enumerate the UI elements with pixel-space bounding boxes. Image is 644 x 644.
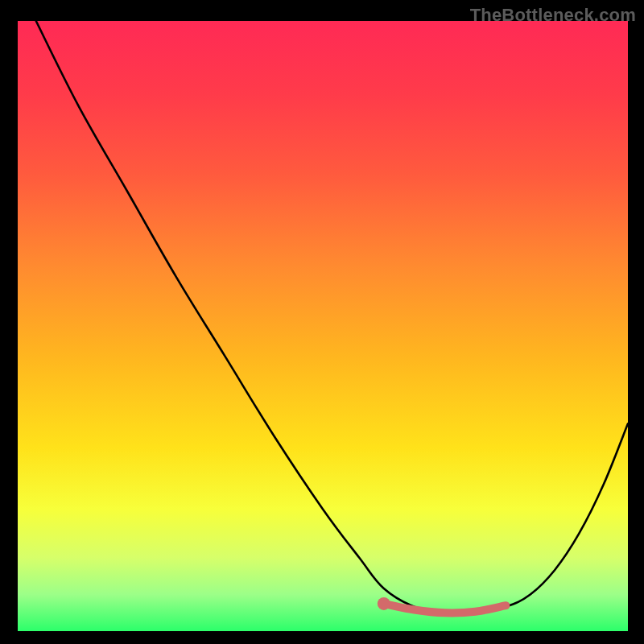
highlight-marker bbox=[378, 597, 390, 610]
chart-root: TheBottleneck.com bbox=[0, 0, 644, 644]
gradient-background bbox=[18, 21, 628, 631]
plot-area bbox=[18, 21, 628, 631]
chart-svg bbox=[18, 21, 628, 631]
